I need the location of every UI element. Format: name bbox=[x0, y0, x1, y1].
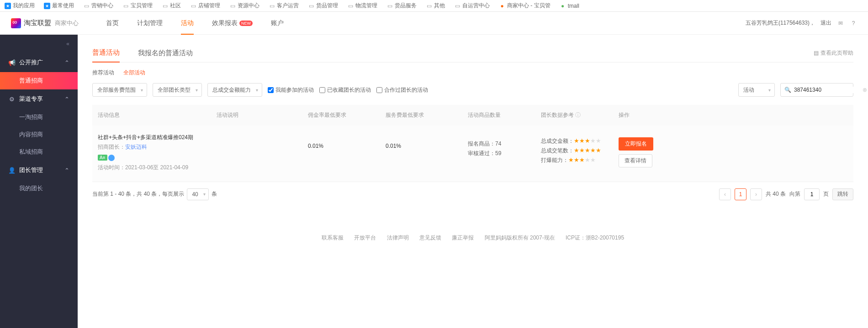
search-icon: 🔍 bbox=[784, 87, 791, 93]
mail-icon[interactable]: ✉ bbox=[837, 20, 844, 27]
page-1-button[interactable]: 1 bbox=[735, 188, 746, 200]
folder-icon: ▭ bbox=[122, 3, 129, 9]
prev-page-button[interactable]: ‹ bbox=[719, 188, 731, 200]
stars-orders: ★★★★★ bbox=[574, 147, 601, 154]
logout-link[interactable]: 退出 bbox=[820, 19, 831, 27]
megaphone-icon: 📢 bbox=[8, 59, 16, 66]
sidebar-item-myleader[interactable]: 我的团长 bbox=[0, 180, 78, 197]
bookmark-item[interactable]: ▭社区 bbox=[162, 2, 181, 10]
bookmark-item[interactable]: ▭客户运营 bbox=[269, 2, 299, 10]
activity-title[interactable]: 社群+头条+抖音+多渠道精准爆推024期 bbox=[98, 134, 217, 141]
new-badge: NEW bbox=[239, 21, 253, 26]
bookmark-item[interactable]: ▭宝贝管理 bbox=[122, 2, 153, 10]
main-content: 普通活动 我报名的普通活动 ▤查看此页帮助 推荐活动 全部活动 全部服务费范围▾… bbox=[78, 35, 868, 328]
bookmark-item[interactable]: ▭自运营中心 bbox=[454, 2, 490, 10]
signup-button[interactable]: 立即报名 bbox=[619, 137, 653, 151]
folder-icon: ▭ bbox=[269, 3, 275, 9]
user-name[interactable]: 五谷芳乳鸽王(117564633)， bbox=[746, 19, 815, 27]
leader-link[interactable]: 安妖迈科 bbox=[125, 144, 147, 150]
tab-my[interactable]: 我报名的普通活动 bbox=[138, 44, 193, 62]
search-input[interactable] bbox=[794, 87, 863, 93]
sidebar-group-public[interactable]: 📢 公开推广 ⌃ bbox=[0, 53, 78, 72]
sidebar-item-private[interactable]: 私域招商 bbox=[0, 143, 78, 161]
footer-link[interactable]: 意见反馈 bbox=[419, 234, 441, 241]
nav-report[interactable]: 效果报表NEW bbox=[203, 12, 262, 35]
check-favorite[interactable]: 已收藏团长的活动 bbox=[319, 86, 371, 94]
sidebar-group-channel[interactable]: ⚙ 渠道专享 ⌃ bbox=[0, 89, 78, 109]
nav-activity[interactable]: 活动 bbox=[172, 12, 203, 35]
footer-link[interactable]: 法律声明 bbox=[387, 234, 409, 241]
user-icon: 👤 bbox=[8, 167, 16, 174]
badge-verified: A≡ bbox=[98, 155, 107, 161]
pagination: 当前第 1 - 40 条，共 40 条，每页展示 40▾ 条 ‹ 1 › 共 4… bbox=[92, 182, 853, 207]
sub-tabs: 推荐活动 全部活动 bbox=[92, 62, 853, 83]
search-box[interactable]: 🔍 ⊗ bbox=[780, 83, 853, 97]
bookmark-item[interactable]: ▭货品管理 bbox=[308, 2, 338, 10]
filter-gmv[interactable]: 总成交金额能力▾ bbox=[207, 83, 262, 97]
subtab-recommend[interactable]: 推荐活动 bbox=[92, 69, 114, 77]
bookmark-item[interactable]: ▭其他 bbox=[426, 2, 445, 10]
bookmark-item[interactable]: ●tmall bbox=[560, 3, 579, 9]
filter-leader-type[interactable]: 全部团长类型▾ bbox=[153, 83, 202, 97]
filter-type-select[interactable]: 活动▾ bbox=[738, 83, 775, 97]
folder-icon: ▭ bbox=[162, 3, 168, 9]
doc-icon: ▤ bbox=[814, 50, 819, 56]
chevron-up-icon: ⌃ bbox=[64, 59, 69, 66]
leader-info: 招商团长：安妖迈科 bbox=[98, 143, 217, 151]
page-size-select[interactable]: 40▾ bbox=[187, 188, 208, 200]
check-cooperated[interactable]: 合作过团长的活动 bbox=[376, 86, 428, 94]
logo[interactable]: 淘宝联盟 商家中心 bbox=[11, 18, 79, 28]
footer-link[interactable]: 联系客服 bbox=[322, 234, 344, 241]
bookmark-item[interactable]: ▭货品服务 bbox=[386, 2, 417, 10]
channel-icon: ⚙ bbox=[8, 96, 16, 103]
tabs: 普通活动 我报名的普通活动 ▤查看此页帮助 bbox=[92, 44, 853, 62]
detail-button[interactable]: 查看详情 bbox=[619, 154, 652, 167]
bookmark-item[interactable]: ▭营销中心 bbox=[83, 2, 113, 10]
sidebar-item-content[interactable]: 内容招商 bbox=[0, 126, 78, 143]
folder-icon: ▭ bbox=[229, 3, 236, 9]
footer-copyright: 阿里妈妈版权所有 2007-现在 bbox=[485, 234, 555, 241]
logo-title: 淘宝联盟 bbox=[24, 19, 51, 27]
bookmark-item[interactable]: ▭资源中心 bbox=[229, 2, 259, 10]
footer-link[interactable]: 开放平台 bbox=[354, 234, 376, 241]
footer: 联系客服 开放平台 法律声明 意见反馈 廉正举报 阿里妈妈版权所有 2007-现… bbox=[92, 207, 853, 255]
clear-icon[interactable]: ⊗ bbox=[863, 87, 867, 93]
folder-icon: ▭ bbox=[454, 3, 460, 9]
app-icon: ★ bbox=[5, 3, 11, 9]
filter-fee-range[interactable]: 全部服务费范围▾ bbox=[92, 83, 147, 97]
th-info: 活动信息 bbox=[98, 111, 217, 119]
chevron-down-icon: ▾ bbox=[141, 88, 143, 93]
pager-total: 共 40 条 bbox=[766, 190, 786, 198]
footer-link[interactable]: 廉正举报 bbox=[452, 234, 474, 241]
check-canjoin[interactable]: 我能参加的活动 bbox=[268, 86, 314, 94]
subtab-all[interactable]: 全部活动 bbox=[123, 69, 145, 77]
chevron-up-icon: ⌃ bbox=[64, 96, 69, 103]
bookmark-item[interactable]: ▭店铺管理 bbox=[190, 2, 220, 10]
jump-button[interactable]: 跳转 bbox=[832, 188, 853, 200]
next-page-button[interactable]: › bbox=[750, 188, 762, 200]
tab-normal[interactable]: 普通活动 bbox=[92, 44, 120, 62]
cell-qty: 报名商品：74 审核通过：59 bbox=[468, 134, 541, 159]
bookmark-item[interactable]: ●商家中心 - 宝贝管 bbox=[499, 2, 550, 10]
th-service: 服务费最低要求 bbox=[386, 111, 468, 119]
page-help-link[interactable]: ▤查看此页帮助 bbox=[814, 49, 853, 57]
sidebar-collapse[interactable]: « bbox=[0, 35, 78, 53]
activity-time: 活动时间：2021-03-06至 2021-04-09 bbox=[98, 164, 217, 172]
nav-plans[interactable]: 计划管理 bbox=[128, 12, 172, 35]
chevron-down-icon: ▾ bbox=[256, 88, 258, 93]
page-input[interactable] bbox=[804, 188, 820, 200]
logo-subtitle: 商家中心 bbox=[55, 19, 79, 27]
chevron-up-icon: ⌃ bbox=[64, 167, 69, 174]
sidebar-group-leader[interactable]: 👤 团长管理 ⌃ bbox=[0, 161, 78, 180]
nav-account[interactable]: 账户 bbox=[262, 12, 293, 35]
help-icon[interactable]: ? bbox=[850, 20, 857, 27]
bookmark-item[interactable]: ★我的应用 bbox=[5, 2, 35, 10]
sidebar-item-recruit[interactable]: 普通招商 bbox=[0, 72, 78, 89]
bookmark-item[interactable]: ▭物流管理 bbox=[347, 2, 377, 10]
folder-icon: ▭ bbox=[83, 3, 90, 9]
nav-home[interactable]: 首页 bbox=[97, 12, 128, 35]
logo-icon bbox=[11, 18, 21, 28]
info-icon[interactable]: ⓘ bbox=[575, 112, 581, 118]
bookmark-item[interactable]: ★最常使用 bbox=[44, 2, 74, 10]
sidebar-item-etao[interactable]: 一淘招商 bbox=[0, 109, 78, 126]
